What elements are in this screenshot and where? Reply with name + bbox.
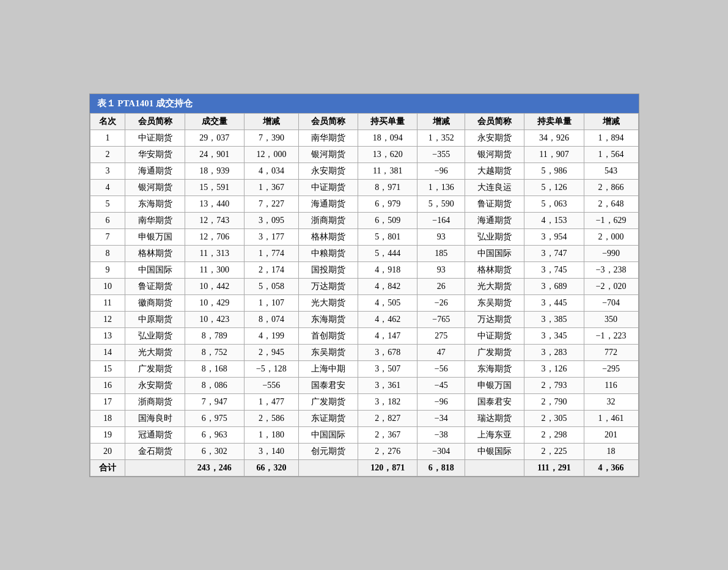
table-header-row: 名次会员简称成交量增减会员简称持买单量增减会员简称持卖单量增减 bbox=[90, 113, 638, 130]
column-header: 会员简称 bbox=[465, 113, 524, 130]
table-row: 1中证期货29，0377，390南华期货18，0941，352永安期货34，92… bbox=[90, 130, 638, 146]
table-cell: −38 bbox=[417, 426, 465, 443]
table-row: 19冠通期货6，9631，180中国国际2，367−38上海东亚2，298201 bbox=[90, 426, 638, 443]
table-cell: 7 bbox=[90, 228, 125, 245]
table-cell: 18，094 bbox=[358, 130, 417, 146]
table-cell: 2，945 bbox=[245, 344, 299, 360]
table-cell: 东海期货 bbox=[125, 195, 185, 212]
table-cell: 申银万国 bbox=[465, 377, 524, 393]
table-cell: 3，689 bbox=[524, 278, 584, 294]
table-cell: 3，283 bbox=[524, 344, 584, 360]
table-cell: 6，963 bbox=[185, 426, 244, 443]
table-cell: 6，979 bbox=[358, 195, 417, 212]
table-cell: 10 bbox=[90, 278, 125, 294]
table-row: 合计243，24666，320120，8716，818111，2914，366 bbox=[90, 459, 638, 476]
table-cell: 12，000 bbox=[245, 146, 299, 163]
table-cell: 12 bbox=[90, 311, 125, 327]
table-cell: 申银万国 bbox=[125, 228, 185, 245]
table-cell: 2，648 bbox=[584, 195, 638, 212]
column-header: 名次 bbox=[90, 113, 125, 130]
table-cell: 185 bbox=[417, 245, 465, 261]
table-cell: 1，564 bbox=[584, 146, 638, 163]
table-row: 8格林期货11，3131，774中粮期货5，444185中国国际3，747−99… bbox=[90, 245, 638, 261]
table-cell: 4，147 bbox=[358, 327, 417, 344]
table-cell: −355 bbox=[417, 146, 465, 163]
table-cell: 上海东亚 bbox=[465, 426, 524, 443]
table-cell: −2，020 bbox=[584, 278, 638, 294]
table-cell: 11，381 bbox=[358, 163, 417, 179]
table-cell: 12，743 bbox=[185, 212, 244, 228]
table-cell: 光大期货 bbox=[125, 344, 185, 360]
table-cell: 47 bbox=[417, 344, 465, 360]
table-cell: 中银国际 bbox=[465, 443, 524, 459]
table-cell: 93 bbox=[417, 261, 465, 278]
table-cell: 18，939 bbox=[185, 163, 244, 179]
table-cell: 7，390 bbox=[245, 130, 299, 146]
table-cell: 8，074 bbox=[245, 311, 299, 327]
table-cell: 34，926 bbox=[524, 130, 584, 146]
table-cell: 3，177 bbox=[245, 228, 299, 245]
main-container: 表１ PTA1401 成交持仓 名次会员简称成交量增减会员简称持买单量增减会员简… bbox=[89, 93, 639, 477]
table-cell: 15，591 bbox=[185, 179, 244, 195]
table-cell: −34 bbox=[417, 410, 465, 426]
table-cell: 3，182 bbox=[358, 393, 417, 410]
table-cell: 中原期货 bbox=[125, 311, 185, 327]
table-cell: 1，367 bbox=[245, 179, 299, 195]
table-cell: 5 bbox=[90, 195, 125, 212]
table-cell: 万达期货 bbox=[298, 278, 358, 294]
table-row: 5东海期货13，4407，227海通期货6，9795，590鲁证期货5，0632… bbox=[90, 195, 638, 212]
table-cell: 2，000 bbox=[584, 228, 638, 245]
table-cell: 首创期货 bbox=[298, 327, 358, 344]
table-cell: 11 bbox=[90, 294, 125, 311]
column-header: 增减 bbox=[245, 113, 299, 130]
table-cell: 3，507 bbox=[358, 360, 417, 377]
table-cell: 银河期货 bbox=[465, 146, 524, 163]
table-cell: 2，586 bbox=[245, 410, 299, 426]
table-cell: 8，971 bbox=[358, 179, 417, 195]
table-cell: 1，774 bbox=[245, 245, 299, 261]
table-cell: 大越期货 bbox=[465, 163, 524, 179]
table-cell: 3，140 bbox=[245, 443, 299, 459]
table-cell: −96 bbox=[417, 163, 465, 179]
table-cell: 243，246 bbox=[185, 459, 244, 476]
table-cell: 中国国际 bbox=[125, 261, 185, 278]
table-cell: 275 bbox=[417, 327, 465, 344]
table-row: 7申银万国12，7063，177格林期货5，80193弘业期货3，9542，00… bbox=[90, 228, 638, 245]
table-cell: 格林期货 bbox=[298, 228, 358, 245]
table-cell: 国泰君安 bbox=[298, 377, 358, 393]
table-row: 16永安期货8，086−556国泰君安3，361−45申银万国2，793116 bbox=[90, 377, 638, 393]
table-cell: 创元期货 bbox=[298, 443, 358, 459]
table-cell: 93 bbox=[417, 228, 465, 245]
table-cell: 2，174 bbox=[245, 261, 299, 278]
table-cell: 2，298 bbox=[524, 426, 584, 443]
column-header: 增减 bbox=[417, 113, 465, 130]
table-cell: 9 bbox=[90, 261, 125, 278]
table-cell bbox=[465, 459, 524, 476]
table-cell: 2，827 bbox=[358, 410, 417, 426]
table-cell: 1 bbox=[90, 130, 125, 146]
table-cell: 11，300 bbox=[185, 261, 244, 278]
table-cell: 32 bbox=[584, 393, 638, 410]
table-cell: 东吴期货 bbox=[465, 294, 524, 311]
table-cell: 3，747 bbox=[524, 245, 584, 261]
table-cell: 6，509 bbox=[358, 212, 417, 228]
table-cell: 6，302 bbox=[185, 443, 244, 459]
table-cell: 8，086 bbox=[185, 377, 244, 393]
table-cell: 2，790 bbox=[524, 393, 584, 410]
table-cell: 4，153 bbox=[524, 212, 584, 228]
table-cell: 3，385 bbox=[524, 311, 584, 327]
table-cell: 4 bbox=[90, 179, 125, 195]
table-cell: 111，291 bbox=[524, 459, 584, 476]
table-cell: 7，947 bbox=[185, 393, 244, 410]
table-cell: 冠通期货 bbox=[125, 426, 185, 443]
table-cell: 鲁证期货 bbox=[465, 195, 524, 212]
table-cell: 合计 bbox=[90, 459, 125, 476]
table-cell: 格林期货 bbox=[125, 245, 185, 261]
table-cell: 海通期货 bbox=[125, 163, 185, 179]
table-cell: 华安期货 bbox=[125, 146, 185, 163]
table-row: 13弘业期货8，7894，199首创期货4，147275中证期货3，345−1，… bbox=[90, 327, 638, 344]
table-cell: 5，063 bbox=[524, 195, 584, 212]
table-cell: 2，793 bbox=[524, 377, 584, 393]
table-cell: 10，423 bbox=[185, 311, 244, 327]
table-cell: 3，745 bbox=[524, 261, 584, 278]
